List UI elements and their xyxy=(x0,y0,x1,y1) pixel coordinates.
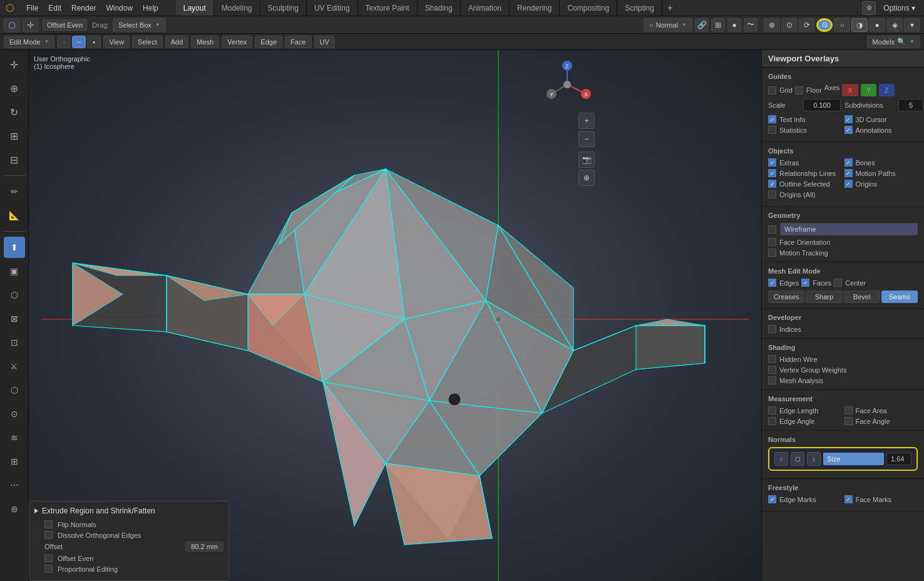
bevel-tab[interactable]: Bevel xyxy=(844,290,880,303)
edge-menu-btn[interactable]: Edge xyxy=(255,36,282,48)
subdivisions-input[interactable] xyxy=(898,99,923,111)
floor-checkbox[interactable] xyxy=(795,86,803,95)
shading-btn-2[interactable]: ◑ xyxy=(851,18,868,32)
wave-icon[interactable]: 〜 xyxy=(744,18,757,32)
cursor-3d-checkbox[interactable] xyxy=(844,115,853,123)
shading-btn-4[interactable]: ◈ xyxy=(886,18,903,32)
vertex-menu-btn[interactable]: Vertex xyxy=(222,36,252,48)
motion-paths-checkbox[interactable] xyxy=(844,169,853,177)
cursor-icon[interactable]: ✛ xyxy=(23,18,39,32)
viewport[interactable]: User Orthographic (1) Icosphere xyxy=(29,50,761,581)
normal-size-bar[interactable]: Size xyxy=(823,453,884,465)
sidebar-move-tool[interactable]: ⊕ xyxy=(4,78,25,99)
scale-input[interactable] xyxy=(803,99,841,111)
mesh-menu-btn[interactable]: Mesh xyxy=(191,36,219,48)
edge-angle-checkbox[interactable] xyxy=(768,417,776,425)
tab-modeling[interactable]: Modeling xyxy=(214,0,260,16)
bones-checkbox[interactable] xyxy=(844,158,853,167)
flip-normals-checkbox[interactable] xyxy=(44,520,53,528)
uv-menu-btn[interactable]: UV xyxy=(314,36,335,48)
vertex-mode-icon[interactable]: · xyxy=(57,36,71,48)
nav-icon-2[interactable]: ⊙ xyxy=(781,18,798,32)
sidebar-randomize-tool[interactable]: ⊞ xyxy=(4,451,25,472)
sidebar-edge-slide-tool[interactable]: ⋯ xyxy=(4,475,25,496)
normal-vertex-icon[interactable]: ↑ xyxy=(774,452,788,466)
viewport-pan[interactable]: ⊕ xyxy=(578,170,595,186)
faces-checkbox[interactable] xyxy=(801,279,809,287)
axis-z-btn[interactable]: Z xyxy=(879,84,895,96)
sidebar-spin-tool[interactable]: ⊙ xyxy=(4,403,25,424)
sidebar-measure-tool[interactable]: 📐 xyxy=(4,205,25,226)
face-area-checkbox[interactable] xyxy=(844,406,853,414)
creases-tab[interactable]: Creases xyxy=(768,290,804,303)
origins-checkbox[interactable] xyxy=(844,180,853,188)
viewport-zoom-in[interactable]: + xyxy=(578,113,595,129)
hidden-wire-checkbox[interactable] xyxy=(768,355,776,363)
tab-scripting[interactable]: Scripting xyxy=(617,0,662,16)
models-dropdown[interactable]: Models 🔍 ▼ xyxy=(867,36,920,48)
normal-split-icon[interactable]: ↕ xyxy=(807,452,821,466)
sidebar-smooth-tool[interactable]: ≋ xyxy=(4,427,25,448)
tab-layout[interactable]: Layout xyxy=(176,0,214,16)
sidebar-cursor-tool[interactable]: ✛ xyxy=(4,54,25,75)
relationship-lines-checkbox[interactable] xyxy=(768,169,776,177)
wireframe-bar[interactable]: Wireframe 1.000 xyxy=(780,223,918,235)
select-box-dropdown[interactable]: Select Box ▼ xyxy=(113,18,166,32)
menu-render[interactable]: Render xyxy=(66,3,101,14)
statistics-checkbox[interactable] xyxy=(768,126,776,134)
add-menu-btn[interactable]: Add xyxy=(165,36,189,48)
dissolve-checkbox[interactable] xyxy=(44,531,53,539)
grid-icon[interactable]: ⊞ xyxy=(711,18,725,32)
normal-size-value[interactable]: 1.64 xyxy=(886,453,911,465)
axis-y-btn[interactable]: Y xyxy=(861,84,876,96)
face-orientation-checkbox[interactable] xyxy=(768,238,776,246)
origins-all-checkbox[interactable] xyxy=(768,190,776,198)
sidebar-transform-tool[interactable]: ⊟ xyxy=(4,149,25,170)
normal-dropdown[interactable]: ○ Normal ▼ xyxy=(644,18,692,32)
menu-edit[interactable]: Edit xyxy=(43,3,66,14)
vertex-group-weights-checkbox[interactable] xyxy=(768,366,776,374)
edge-length-checkbox[interactable] xyxy=(768,406,776,414)
sidebar-knife-tool[interactable]: ⚔ xyxy=(4,356,25,377)
options-gear-icon[interactable]: ▾ xyxy=(904,18,920,32)
face-angle-checkbox[interactable] xyxy=(844,417,853,425)
sidebar-rotate-tool[interactable]: ↻ xyxy=(4,101,25,123)
face-mode-icon[interactable]: ▪ xyxy=(87,36,101,48)
sidebar-extrude-tool[interactable]: ⬆ xyxy=(4,237,25,258)
grid-checkbox[interactable] xyxy=(768,86,776,95)
viewport-camera[interactable]: 📷 xyxy=(578,152,595,168)
sidebar-loop-cut-tool[interactable]: ⊠ xyxy=(4,308,25,329)
nav-icon-1[interactable]: ⊕ xyxy=(764,18,780,32)
app-logo[interactable]: ⬡ xyxy=(4,2,16,14)
wireframe-checkbox[interactable] xyxy=(768,225,776,234)
sharp-tab[interactable]: Sharp xyxy=(806,290,842,303)
tab-rendering[interactable]: Rendering xyxy=(510,0,560,16)
transform-gizmo-toggle[interactable]: ⬡ xyxy=(4,18,20,32)
tab-texture-paint[interactable]: Texture Paint xyxy=(358,0,418,16)
menu-file[interactable]: File xyxy=(21,3,43,14)
tab-shading[interactable]: Shading xyxy=(418,0,461,16)
normal-face-icon[interactable]: ⬡ xyxy=(791,452,804,466)
options-dropdown[interactable]: ⚙ xyxy=(862,1,876,15)
sidebar-poly-build-tool[interactable]: ⬡ xyxy=(4,379,25,401)
offset-even-btn[interactable]: Offset Even xyxy=(41,18,88,32)
indices-checkbox[interactable] xyxy=(768,325,776,333)
options-label[interactable]: Options ▾ xyxy=(878,3,920,14)
face-menu-btn[interactable]: Face xyxy=(285,36,311,48)
tab-compositing[interactable]: Compositing xyxy=(560,0,617,16)
offset-even-checkbox[interactable] xyxy=(44,554,53,562)
tab-uv-editing[interactable]: UV Editing xyxy=(307,0,358,16)
edges-checkbox[interactable] xyxy=(768,279,776,287)
center-checkbox[interactable] xyxy=(834,279,842,287)
extras-checkbox[interactable] xyxy=(768,158,776,167)
edge-mode-icon[interactable]: ─ xyxy=(72,36,86,48)
text-info-checkbox[interactable] xyxy=(768,115,776,123)
viewport-zoom-out[interactable]: − xyxy=(578,131,595,147)
link-icon[interactable]: 🔗 xyxy=(695,18,709,32)
sidebar-bevel-tool[interactable]: ⬡ xyxy=(4,284,25,306)
dot-icon[interactable]: ● xyxy=(727,18,741,32)
bl-collapse-icon[interactable] xyxy=(34,508,38,513)
view-menu-btn[interactable]: View xyxy=(103,36,130,48)
sidebar-inset-tool[interactable]: ▣ xyxy=(4,260,25,282)
sidebar-annotate-tool[interactable]: ✏ xyxy=(4,181,25,202)
